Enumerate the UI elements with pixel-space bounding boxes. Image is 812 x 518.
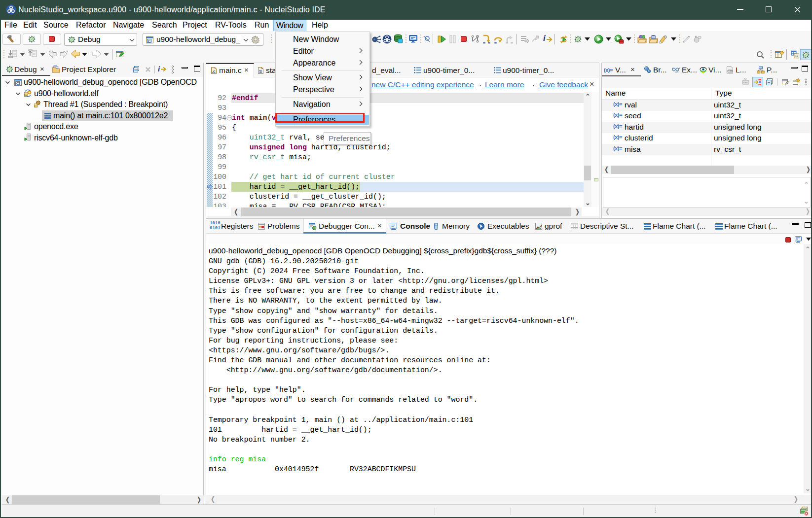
svg-text:C: C	[795, 54, 798, 58]
svg-text:C: C	[16, 81, 19, 86]
svg-text:C: C	[148, 39, 151, 43]
svg-text:.c: .c	[212, 69, 216, 74]
svg-text:TXT: TXT	[728, 70, 733, 72]
svg-text:S: S	[259, 69, 262, 74]
svg-text:x=: x=	[675, 70, 679, 73]
